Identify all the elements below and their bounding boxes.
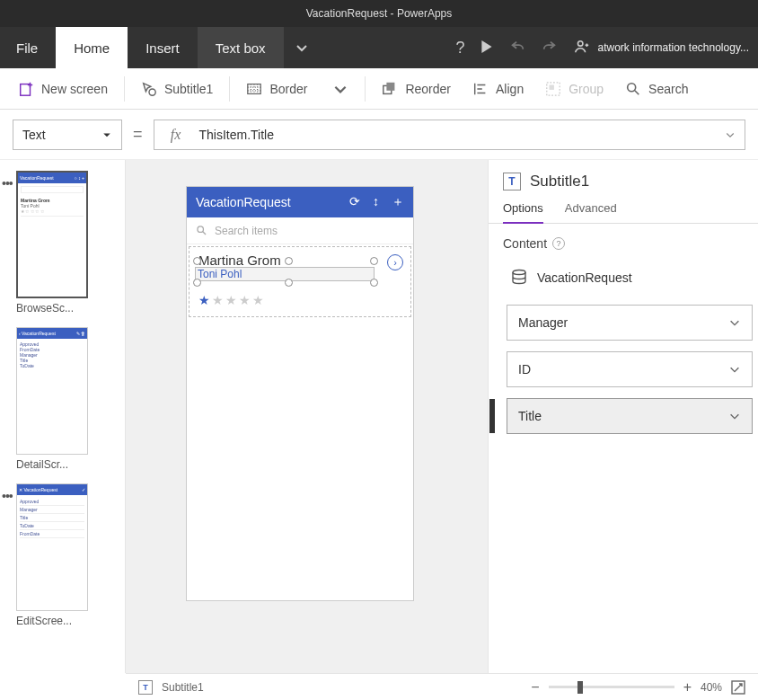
- menu-bar: File Home Insert Text box ? atwork infor…: [0, 27, 758, 68]
- field-title[interactable]: Title: [507, 398, 753, 434]
- search-button[interactable]: Search: [616, 75, 697, 102]
- svg-rect-5: [387, 82, 395, 90]
- thumbnail-label: DetailScr...: [16, 458, 88, 471]
- refresh-icon[interactable]: ⟳: [349, 194, 360, 210]
- status-bar: T Subtitle1 − + 40%: [126, 673, 758, 700]
- svg-rect-7: [550, 84, 554, 89]
- thumbnail-label: BrowseSc...: [16, 302, 88, 315]
- sort-icon[interactable]: ↕: [373, 194, 379, 210]
- thumbnail-label: EditScree...: [16, 615, 88, 627]
- textbox-icon: T: [138, 680, 153, 695]
- status-selection: Subtitle1: [162, 681, 204, 694]
- new-screen-button[interactable]: New screen: [9, 75, 117, 102]
- property-selector[interactable]: Text: [13, 120, 122, 150]
- zoom-slider[interactable]: [549, 686, 674, 688]
- undo-icon[interactable]: [509, 39, 525, 58]
- datasource-label[interactable]: VacationRequest: [489, 265, 758, 305]
- border-button[interactable]: Border: [237, 75, 357, 102]
- title-bar: VacationRequest - PowerApps: [0, 0, 758, 27]
- chevron-right-icon[interactable]: ›: [387, 254, 403, 270]
- selection-label[interactable]: Subtitle1: [132, 75, 222, 102]
- person-icon[interactable]: [574, 39, 590, 58]
- properties-panel: T Subtitle1 Options Advanced Content ? V…: [489, 160, 758, 673]
- more-icon[interactable]: •••: [2, 489, 13, 503]
- svg-point-10: [513, 270, 525, 275]
- svg-rect-1: [21, 84, 31, 95]
- svg-point-9: [198, 226, 204, 233]
- user-label[interactable]: atwork information technology...: [597, 27, 758, 68]
- reorder-button[interactable]: Reorder: [373, 75, 460, 102]
- thumbnail-browse[interactable]: VacationRequest○ ↕ + Martina GromToni Po…: [16, 171, 88, 298]
- rating[interactable]: ★★★★★: [198, 293, 401, 307]
- phone-preview: VacationRequest ⟳ ↕ ＋ Search items Marti…: [187, 187, 413, 600]
- tab-home[interactable]: Home: [56, 27, 128, 68]
- zoom-in-button[interactable]: +: [683, 679, 692, 696]
- formula-input[interactable]: fx ThisItem.Title: [154, 120, 745, 150]
- fx-icon: fx: [163, 127, 189, 143]
- svg-point-2: [149, 89, 155, 95]
- tab-insert[interactable]: Insert: [128, 27, 198, 68]
- chevron-down-icon: [728, 363, 741, 376]
- thumbnail-edit[interactable]: ✕ VacationRequest✓ ApprovedManagerTitleT…: [16, 483, 88, 611]
- fit-icon[interactable]: [731, 680, 745, 695]
- database-icon: [510, 269, 528, 287]
- zoom-out-button[interactable]: −: [531, 679, 539, 696]
- selected-control-name: Subtitle1: [530, 173, 589, 191]
- equals-icon: =: [131, 125, 145, 144]
- window-title: VacationRequest - PowerApps: [306, 7, 453, 20]
- tab-options[interactable]: Options: [503, 201, 543, 224]
- help-icon[interactable]: ?: [455, 39, 464, 58]
- thumbnail-detail[interactable]: ‹ VacationRequest✎ 🗑 ApprovedFromDateMan…: [16, 327, 88, 455]
- selection-indicator: [489, 399, 495, 433]
- ribbon: New screen Subtitle1 Border Reorder Alig…: [0, 68, 758, 110]
- redo-icon[interactable]: [542, 39, 558, 58]
- info-icon[interactable]: ?: [552, 237, 565, 250]
- content-heading: Content ?: [489, 224, 758, 265]
- zoom-value: 40%: [701, 681, 722, 694]
- formula-bar: Text = fx ThisItem.Title: [0, 110, 758, 160]
- tab-file[interactable]: File: [0, 27, 56, 68]
- search-icon: [196, 225, 207, 236]
- group-button: Group: [536, 75, 613, 102]
- textbox-icon: T: [503, 173, 521, 191]
- chevron-down-icon[interactable]: [284, 27, 320, 68]
- chevron-down-icon: [728, 316, 741, 329]
- screens-panel: ••• VacationRequest○ ↕ + Martina GromTon…: [0, 160, 126, 673]
- play-icon[interactable]: [480, 40, 493, 56]
- tab-textbox[interactable]: Text box: [198, 27, 284, 68]
- gallery-item[interactable]: Martina Grom Toni Pohl › ★★★★★: [189, 246, 411, 317]
- svg-point-8: [628, 83, 636, 91]
- app-header: VacationRequest ⟳ ↕ ＋: [187, 187, 413, 217]
- svg-point-0: [578, 40, 583, 45]
- chevron-down-icon: [728, 410, 741, 422]
- search-field[interactable]: Search items: [187, 217, 413, 244]
- tab-advanced[interactable]: Advanced: [565, 201, 617, 223]
- canvas[interactable]: VacationRequest ⟳ ↕ ＋ Search items Marti…: [126, 160, 489, 673]
- align-button[interactable]: Align: [463, 75, 533, 102]
- subtitle1-control[interactable]: Toni Pohl: [195, 267, 375, 281]
- field-id[interactable]: ID: [507, 351, 753, 387]
- more-icon[interactable]: •••: [2, 176, 13, 191]
- field-manager[interactable]: Manager: [507, 305, 753, 341]
- add-icon[interactable]: ＋: [392, 194, 404, 210]
- chevron-down-icon[interactable]: [725, 129, 736, 140]
